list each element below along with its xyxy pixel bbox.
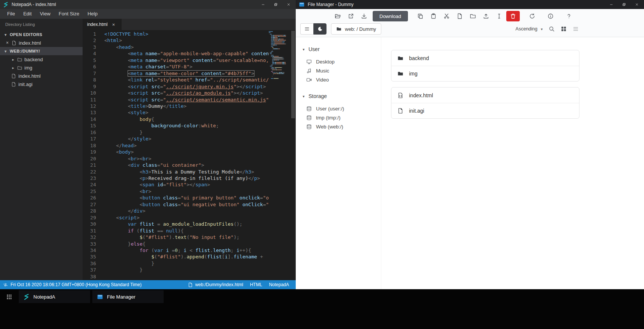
refresh-button[interactable]: [526, 11, 538, 22]
code-line: <meta name="apple-mobile-web-app-capable…: [104, 50, 296, 57]
file-name: backend: [409, 55, 429, 61]
line-number: 24: [83, 181, 104, 188]
file-icon: [397, 108, 403, 114]
maximize-button[interactable]: [269, 0, 282, 9]
sidebar-section-open-editors[interactable]: ▾OPEN EDITORS: [0, 30, 83, 39]
line-number: 17: [83, 136, 104, 142]
line-number: 22: [83, 169, 104, 175]
tab-label: index.html: [87, 22, 108, 27]
fm-section-header-storage[interactable]: ▾Storage: [302, 93, 381, 99]
drive-icon: [306, 106, 312, 112]
music-icon: [306, 68, 312, 74]
menu-help[interactable]: Help: [83, 9, 102, 19]
open-in-new-button[interactable]: [345, 11, 357, 22]
file-icon: [11, 82, 16, 87]
scrollbar-thumb[interactable]: [291, 31, 295, 118]
delete-button[interactable]: [506, 11, 520, 21]
line-number: 21: [83, 162, 104, 168]
help-button[interactable]: [563, 11, 575, 22]
file-row-img[interactable]: img: [391, 66, 579, 81]
line-number: 33: [83, 241, 104, 247]
code-line: <h3>This is a Dummy Testing Module</h3>: [104, 169, 296, 175]
taskbar-item-file-manager[interactable]: File Manager: [92, 290, 164, 303]
close-button[interactable]: [282, 0, 295, 9]
sidebar-item-user-user[interactable]: User (user:/): [302, 104, 381, 113]
filemanager-logo-icon: [299, 2, 305, 8]
sidebar-item-desktop[interactable]: Desktop: [302, 57, 381, 66]
code-line: <div class="ui container">: [104, 162, 296, 168]
taskbar-item-notepada[interactable]: NotepadA: [19, 290, 90, 303]
apps-grid-icon: [6, 294, 12, 300]
sort-dropdown[interactable]: Ascending ▾: [516, 26, 543, 32]
app-launcher-button[interactable]: [2, 290, 16, 303]
line-number: 12: [83, 103, 104, 109]
back-button[interactable]: [300, 11, 312, 22]
tree-item-img[interactable]: ▸img: [0, 63, 83, 72]
copy-button[interactable]: [414, 11, 426, 22]
code-line: }: [104, 129, 296, 136]
menu-view[interactable]: View: [36, 9, 54, 19]
menu-font-size[interactable]: Font Size: [54, 9, 83, 19]
code-content: <!DOCTYPE html><html> <head> <meta name=…: [104, 30, 296, 280]
file-name: init.agi: [409, 108, 424, 114]
new-folder-button[interactable]: [467, 11, 479, 22]
search-button[interactable]: [546, 23, 558, 35]
code-editor[interactable]: 1234567891011121314151617181920212223242…: [83, 30, 296, 280]
rename-button[interactable]: [493, 11, 505, 22]
menu-file[interactable]: File: [3, 9, 19, 19]
up-button[interactable]: [313, 11, 325, 22]
sidebar-item-music[interactable]: Music: [302, 66, 381, 75]
file-row-backend[interactable]: backend: [391, 50, 579, 66]
statusbar-language[interactable]: HTML: [250, 282, 262, 287]
download-file-button[interactable]: [358, 11, 370, 22]
fm-section-storage: ▾StorageUser (user:/)tmp (tmp:/)Web (web…: [302, 93, 381, 131]
file-group: backendimg: [391, 50, 579, 81]
scissors-icon: [444, 13, 450, 19]
cut-button[interactable]: [441, 11, 453, 22]
minimize-button[interactable]: [257, 0, 269, 9]
file-row-index-html[interactable]: index.html: [391, 88, 579, 103]
menu-button[interactable]: [300, 23, 313, 35]
grid-view-button[interactable]: [558, 23, 570, 35]
tree-item-index-html[interactable]: ×index.html: [0, 39, 83, 47]
maximize-button[interactable]: [618, 0, 630, 9]
list-view-button[interactable]: [570, 23, 582, 35]
item-label: User (user:/): [316, 106, 344, 112]
minimap[interactable]: [269, 30, 290, 280]
theme-toggle-button[interactable]: [313, 23, 327, 35]
line-number: 4: [83, 50, 104, 57]
open-button[interactable]: [332, 11, 344, 22]
line-number: 16: [83, 129, 104, 136]
code-line: <meta name="theme-color" content="#4b75f…: [104, 70, 296, 77]
sidebar-item-video[interactable]: Video: [302, 75, 381, 84]
path-breadcrumb[interactable]: web: / Dummy: [331, 23, 381, 35]
caret-down-icon: ▾: [302, 94, 305, 98]
tree-item-index-html[interactable]: index.html: [0, 72, 83, 80]
tree-item-init-agi[interactable]: init.agi: [0, 80, 83, 88]
sidebar-item-web-web[interactable]: Web (web:/): [302, 122, 381, 131]
refresh-icon: [529, 13, 535, 19]
upload-button[interactable]: [480, 11, 492, 22]
minimize-button[interactable]: [605, 0, 618, 9]
editor-scrollbar[interactable]: [290, 30, 296, 280]
info-button[interactable]: [545, 11, 557, 22]
folder-icon: [336, 26, 342, 32]
new-file-button[interactable]: [454, 11, 466, 22]
download-button[interactable]: Download: [373, 11, 408, 21]
tab-index-html[interactable]: index.html ×: [83, 19, 122, 30]
line-number: 1: [83, 31, 104, 37]
tab-close-icon[interactable]: ×: [112, 22, 115, 27]
menu-edit[interactable]: Edit: [19, 9, 36, 19]
line-numbers: 1234567891011121314151617181920212223242…: [83, 30, 104, 280]
close-icon[interactable]: ×: [5, 40, 9, 45]
paste-icon: [430, 13, 436, 19]
tree-item-backend[interactable]: ▸backend: [0, 55, 83, 63]
paste-button[interactable]: [427, 11, 439, 22]
file-row-init-agi[interactable]: init.agi: [391, 103, 579, 118]
fm-section-header-user[interactable]: ▾User: [302, 46, 381, 52]
sidebar-item-tmp-tmp[interactable]: tmp (tmp:/): [302, 113, 381, 122]
notepada-window: NotepadA - index.html FileEditViewFont S…: [0, 0, 296, 289]
sidebar-section-web-dummy[interactable]: ▾WEB:/DUMMY/: [0, 47, 83, 55]
close-button[interactable]: [630, 0, 643, 9]
line-number: 27: [83, 201, 104, 208]
